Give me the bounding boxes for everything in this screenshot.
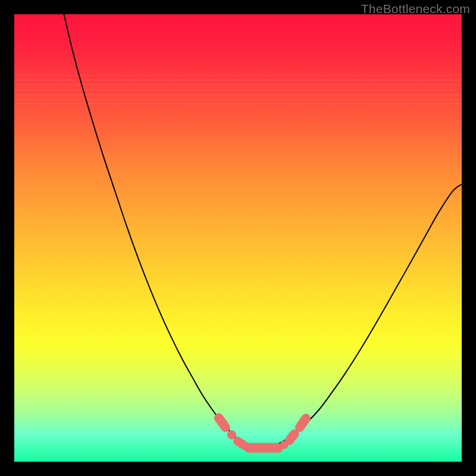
curve-marker [219, 418, 226, 427]
bottleneck-curve [64, 14, 462, 448]
watermark-text: TheBottleneck.com [361, 2, 470, 16]
curve-marker [300, 418, 306, 427]
curve-marker [289, 434, 294, 440]
curve-layer [14, 14, 462, 462]
curve-marker [237, 441, 244, 445]
outer-frame: TheBottleneck.com [0, 0, 476, 476]
plot-area [14, 14, 462, 462]
